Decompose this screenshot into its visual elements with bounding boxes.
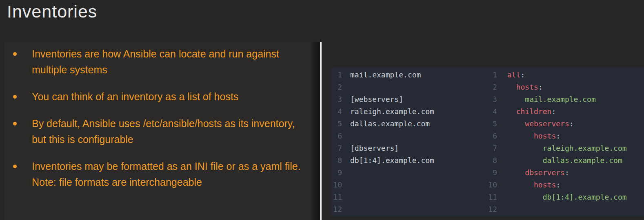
line-number: 10	[486, 179, 497, 191]
line-number: 4	[331, 106, 342, 118]
line-number: 8	[331, 154, 342, 167]
code-line: 10 hosts:	[486, 179, 644, 191]
code-text: hosts:	[497, 81, 543, 93]
code-text: dallas.example.com	[342, 118, 430, 130]
code-text: db[1:4].example.com	[497, 191, 627, 203]
line-number: 4	[486, 106, 497, 118]
code-line: 5 webservers:	[486, 118, 644, 130]
bullet-text: Inventories are how Ansible can locate a…	[32, 46, 301, 78]
code-line: 8db[1:4].example.com	[331, 154, 486, 167]
code-line: 3[webservers]	[331, 93, 486, 106]
code-text	[497, 203, 507, 216]
code-text: hosts:	[497, 179, 560, 191]
bullet-list: Inventories are how Ansible can locate a…	[4, 42, 311, 190]
line-number: 9	[331, 167, 342, 179]
code-line: 2 hosts:	[486, 81, 644, 93]
code-line: 10	[331, 179, 486, 191]
code-text	[342, 81, 350, 93]
bullet-item: Inventories may be formatted as an INI f…	[4, 158, 311, 190]
code-line: 7[dbservers]	[331, 142, 486, 154]
line-number: 9	[486, 167, 497, 179]
code-text	[342, 191, 350, 203]
line-number: 1	[331, 69, 342, 81]
bullet-text: By default, Ansible uses /etc/ansible/ho…	[32, 116, 301, 147]
line-number: 1	[486, 69, 497, 81]
code-text	[342, 179, 350, 191]
line-number: 5	[486, 118, 497, 130]
line-number: 2	[486, 81, 497, 93]
line-number: 6	[486, 130, 497, 142]
code-line: 4 children:	[486, 106, 644, 118]
code-line: 7 raleigh.example.com	[486, 142, 644, 154]
bullet-dot-icon	[13, 52, 17, 56]
line-number: 3	[331, 93, 342, 106]
code-line: 12	[331, 203, 486, 216]
code-text: dbservers:	[497, 167, 569, 179]
code-line: 3 mail.example.com	[486, 93, 644, 106]
line-number: 2	[331, 81, 342, 93]
code-text: [dbservers]	[342, 142, 399, 154]
line-number: 7	[486, 142, 497, 154]
code-text: webservers:	[497, 118, 574, 130]
code-line: 2	[331, 81, 486, 93]
yaml-editor-pane: 1all:2 hosts:3 mail.example.com4 childre…	[486, 68, 644, 216]
code-line: 12	[486, 203, 644, 216]
code-line: 1mail.example.com	[331, 69, 486, 81]
code-text	[342, 167, 350, 179]
code-line: 11 db[1:4].example.com	[486, 191, 644, 203]
code-text: mail.example.com	[342, 69, 421, 81]
code-text: mail.example.com	[497, 93, 596, 106]
bullet-panel: Inventories are how Ansible can locate a…	[4, 42, 311, 220]
bullet-text: You can think of an inventory as a list …	[32, 89, 301, 105]
line-number: 6	[331, 130, 342, 142]
ini-editor-pane: 1mail.example.com23[webservers]4raleigh.…	[331, 68, 486, 216]
code-text: raleigh.example.com	[342, 106, 434, 118]
bullet-item: Inventories are how Ansible can locate a…	[4, 46, 311, 78]
code-text: all:	[497, 69, 525, 81]
line-number: 3	[486, 93, 497, 106]
code-line: 4raleigh.example.com	[331, 106, 486, 118]
page-title: Inventories	[7, 2, 97, 22]
line-number: 11	[331, 191, 342, 203]
code-line: 9 dbservers:	[486, 167, 644, 179]
divider-line	[320, 42, 322, 220]
code-text: children:	[497, 106, 556, 118]
line-number: 7	[331, 142, 342, 154]
bullet-text: Inventories may be formatted as an INI f…	[32, 158, 301, 190]
bullet-dot-icon	[13, 122, 17, 125]
code-text: raleigh.example.com	[497, 142, 627, 154]
bullet-dot-icon	[13, 95, 17, 99]
line-number: 11	[486, 191, 497, 203]
line-number: 8	[486, 154, 497, 167]
code-editor-panel: 1mail.example.com23[webservers]4raleigh.…	[331, 68, 644, 216]
bullet-item: You can think of an inventory as a list …	[4, 89, 311, 105]
line-number: 12	[331, 203, 342, 216]
code-line: 9	[331, 167, 486, 179]
line-number: 12	[486, 203, 497, 216]
code-text	[342, 130, 350, 142]
code-line: 11	[331, 191, 486, 203]
code-line: 8 dallas.example.com	[486, 154, 644, 167]
code-line: 5dallas.example.com	[331, 118, 486, 130]
code-text: [webservers]	[342, 93, 403, 106]
code-line: 6 hosts:	[486, 130, 644, 142]
line-number: 5	[331, 118, 342, 130]
code-line: 6	[331, 130, 486, 142]
code-line: 1all:	[486, 69, 644, 81]
bullet-item: By default, Ansible uses /etc/ansible/ho…	[4, 116, 311, 147]
code-text	[342, 203, 350, 216]
line-number: 10	[331, 179, 342, 191]
code-text: dallas.example.com	[497, 154, 622, 167]
code-text: hosts:	[497, 130, 560, 142]
code-text: db[1:4].example.com	[342, 154, 434, 167]
bullet-dot-icon	[13, 165, 17, 168]
divider-shadow	[311, 42, 320, 220]
